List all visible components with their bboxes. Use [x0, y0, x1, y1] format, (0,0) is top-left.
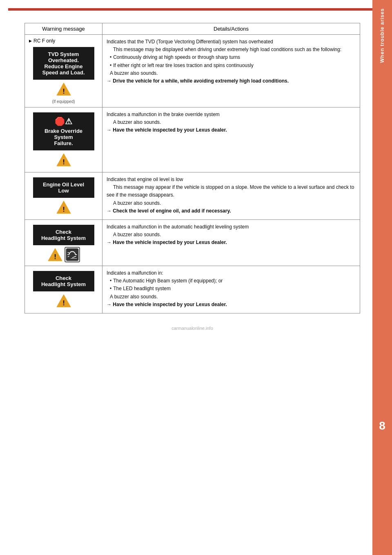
tvd-bullet1: • Continuously driving at high speeds or… — [110, 54, 356, 61]
col-header-warning: Warning message — [25, 23, 102, 35]
warning-table: Warning message Details/Actions RC F onl… — [24, 23, 360, 313]
headlight1-line2: Headlight System — [39, 235, 89, 241]
main-content: Warning message Details/Actions RC F onl… — [0, 0, 372, 555]
headlight2-bullet1: • The Automatic High Beam system (if equ… — [110, 277, 356, 285]
details-cell-tvd: Indicates that the TVD (Torque Vectoring… — [102, 35, 360, 107]
warning-triangle-icon-headlight1: ! — [47, 247, 63, 262]
warning-cell-headlight1: Check Headlight System ! — [25, 220, 102, 266]
if-equipped-label: (If equipped) — [29, 99, 98, 104]
tvd-line1: TVD System — [39, 51, 89, 57]
oil-intro: Indicates that engine oil level is low — [107, 177, 183, 182]
warning-cell-headlight2: Check Headlight System ! — [25, 266, 102, 313]
brake-buzzer: A buzzer also sounds. — [113, 119, 161, 125]
svg-text:!: ! — [54, 253, 56, 261]
details-cell-headlight1: Indicates a malfunction in the automatic… — [102, 220, 360, 266]
details-cell-oil: Indicates that engine oil level is low T… — [102, 172, 360, 220]
svg-text:!: ! — [62, 158, 65, 166]
oil-buzzer: A buzzer also sounds. — [113, 200, 161, 206]
oil-action: → Check the level of engine oil, and add… — [107, 208, 231, 214]
tvd-action: → Drive the vehicle for a while, while a… — [107, 77, 356, 85]
warning-triangle-icon-brake: ! — [56, 152, 71, 168]
tvd-line3: Reduce Engine — [39, 63, 89, 69]
warning-triangle-icon-headlight2: ! — [56, 293, 71, 309]
brake-line2: System — [39, 134, 89, 140]
right-sidebar: 8 When trouble arises — [372, 0, 392, 555]
table-row: Check Headlight System ! — [25, 220, 360, 266]
section-number: 8 — [379, 419, 385, 432]
headlight2-buzzer: A buzzer also sounds. — [110, 293, 356, 301]
table-row: RC F only TVD System Overheated. Reduce … — [25, 35, 360, 107]
warning-cell-brake: 🛑⚠ Brake Override System Failure. ! — [25, 107, 102, 172]
rc-f-label: RC F only — [29, 38, 98, 44]
brake-warning-display: 🛑⚠ Brake Override System Failure. — [33, 112, 94, 150]
watermark: carmanualonline.info — [24, 326, 360, 331]
tvd-line4: Speed and Load. — [39, 69, 89, 76]
headlight2-action: → Have the vehicle inspected by your Lex… — [107, 302, 227, 307]
headlight-level-icon — [65, 247, 80, 262]
headlight2-warning-display: Check Headlight System — [33, 271, 94, 291]
table-row: 🛑⚠ Brake Override System Failure. ! — [25, 107, 360, 172]
brake-symbol-icon: 🛑⚠ — [39, 116, 89, 126]
page-container: Warning message Details/Actions RC F onl… — [0, 0, 392, 555]
warning-cell-oil: Engine Oil Level Low ! — [25, 172, 102, 220]
headlight1-intro: Indicates a malfunction in the automatic… — [107, 224, 249, 230]
oil-line1: Engine Oil Level — [39, 181, 89, 188]
headlight1-line1: Check — [39, 229, 89, 235]
tvd-intro: Indicates that the TVD (Torque Vectoring… — [107, 39, 273, 45]
table-row: Check Headlight System ! — [25, 266, 360, 313]
top-stripe — [8, 8, 372, 11]
headlight1-warning-display: Check Headlight System — [33, 225, 94, 245]
details-cell-brake: Indicates a malfunction in the brake ove… — [102, 107, 360, 172]
tvd-line2: Overheated. — [39, 57, 89, 63]
col-header-details: Details/Actions — [102, 23, 360, 35]
warning-triangle-icon-tvd: ! — [56, 81, 71, 97]
sidebar-label: When trouble arises — [379, 8, 385, 63]
headlight2-bullet2: • The LED headlight system — [110, 285, 356, 293]
warning-triangle-icon-oil: ! — [56, 199, 71, 215]
warning-cell-tvd: RC F only TVD System Overheated. Reduce … — [25, 35, 102, 107]
details-cell-headlight2: Indicates a malfunction in: • The Automa… — [102, 266, 360, 313]
tvd-bullet2: • If either right or left rear tire lose… — [110, 62, 356, 69]
brake-intro: Indicates a malfunction in the brake ove… — [107, 112, 220, 117]
headlight1-buzzer: A buzzer also sounds. — [113, 232, 161, 237]
oil-warning-display: Engine Oil Level Low — [33, 177, 94, 198]
tvd-warning-display: TVD System Overheated. Reduce Engine Spe… — [33, 47, 94, 80]
brake-action: → Have the vehicle inspected by your Lex… — [107, 127, 227, 133]
content-area: Warning message Details/Actions RC F onl… — [8, 19, 372, 339]
svg-text:!: ! — [62, 299, 65, 307]
tvd-body: This message may be displayed when drivi… — [113, 47, 341, 52]
brake-line3: Failure. — [39, 140, 89, 146]
oil-body: This message may appear if the vehicle i… — [107, 184, 354, 198]
table-row: Engine Oil Level Low ! — [25, 172, 360, 220]
headlight2-intro: Indicates a malfunction in: — [107, 270, 163, 276]
brake-line1: Brake Override — [39, 128, 89, 134]
headlight2-line1: Check — [39, 275, 89, 281]
oil-line2: Low — [39, 188, 89, 194]
rc-f-text: RC F only — [33, 38, 55, 44]
svg-text:!: ! — [62, 206, 65, 213]
svg-text:!: ! — [62, 87, 65, 95]
tvd-buzzer: A buzzer also sounds. — [110, 69, 356, 77]
headlight1-action: → Have the vehicle inspected by your Lex… — [107, 239, 227, 245]
headlight2-line2: Headlight System — [39, 281, 89, 287]
